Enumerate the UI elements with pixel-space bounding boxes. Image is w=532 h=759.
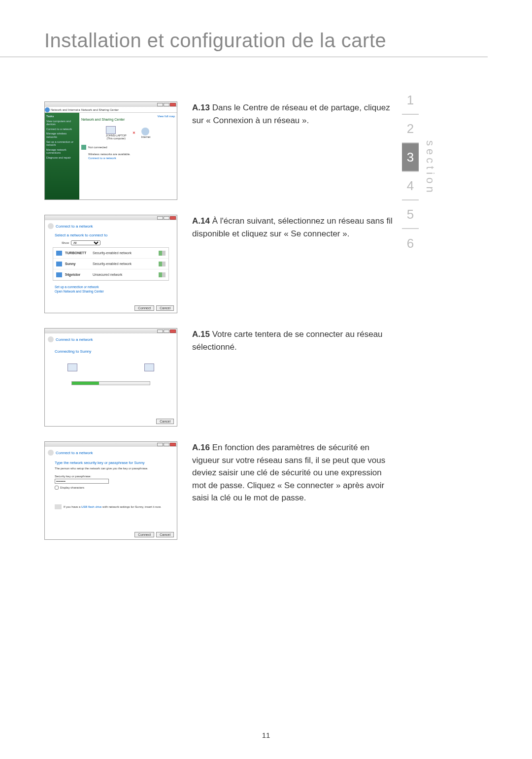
network-list: TURBONETTSecurity-enabled network SunnyS…	[53, 247, 169, 281]
network-name: 54gvictor	[65, 273, 90, 276]
back-icon[interactable]	[45, 107, 50, 112]
task-item[interactable]: Manage wireless networks	[46, 132, 78, 138]
back-icon[interactable]	[48, 450, 54, 456]
checkbox-icon[interactable]	[55, 486, 59, 490]
field-label: Security key or passphrase:	[55, 475, 167, 478]
screenshot-a14: Connect to a network Select a network to…	[44, 215, 177, 313]
device-icon	[67, 363, 77, 371]
network-desc: Unsecured network	[93, 273, 156, 276]
network-desc: Security-enabled network	[93, 262, 156, 265]
passphrase-note: The person who setup the network can giv…	[55, 467, 167, 470]
network-name: TURBONETT	[65, 251, 90, 255]
page-title: Installation et configuration de la cart…	[0, 0, 488, 57]
dialog-title: Connect to a network	[56, 451, 93, 455]
signal-bars-icon	[159, 251, 166, 256]
page-number: 11	[0, 731, 532, 739]
step-a16-row: Connect to a network Type the network se…	[44, 441, 394, 540]
cancel-button[interactable]: Cancel	[156, 532, 174, 537]
step-a15-text: A.15 Votre carte tentera de se connecter…	[192, 328, 394, 353]
step-a13-text: A.13 Dans le Centre de réseau et de part…	[192, 101, 394, 127]
task-item[interactable]: Connect to a network	[46, 128, 78, 131]
section-nav: section 1 2 3 4 5 6	[402, 86, 419, 258]
dialog-title: Connect to a network	[56, 337, 93, 342]
cancel-button[interactable]: Cancel	[156, 305, 174, 311]
pc-sublabel: (This computer)	[106, 137, 127, 140]
section-3[interactable]: 3	[402, 143, 419, 172]
internet-label: Internet	[141, 135, 151, 138]
globe-icon	[141, 128, 149, 135]
network-desc: Security-enabled network	[93, 251, 156, 255]
window-titlebar	[45, 442, 177, 447]
setup-connection-link[interactable]: Set up a connection or network	[55, 285, 174, 289]
tasks-sidebar: Tasks View computers and devices Connect…	[45, 113, 79, 200]
network-diagram: JOHNS-LAPTOP (This computer) ✕ Internet	[81, 126, 175, 140]
window-titlebar	[45, 329, 177, 333]
section-2[interactable]: 2	[402, 115, 419, 143]
usb-hint: If you have a USB flash drive with netwo…	[55, 504, 167, 509]
step-a13-row: Network and Internet ▸ Network and Shari…	[44, 101, 394, 200]
signal-bars-icon	[159, 272, 166, 277]
task-item[interactable]: View computers and devices	[46, 120, 78, 126]
connect-button[interactable]: Connect	[134, 305, 154, 311]
view-full-map-link[interactable]: View full map	[157, 115, 175, 118]
show-label: Show	[62, 241, 69, 244]
step-a14-text: A.14 À l'écran suivant, sélectionnez un …	[192, 215, 394, 240]
pc-icon	[106, 126, 116, 134]
step-a16-text: A.16 En fonction des paramètres de sécur…	[192, 441, 394, 504]
not-connected-text: Not connected	[88, 146, 107, 149]
connect-network-link[interactable]: Connect to a network	[88, 157, 175, 160]
center-title: Network and Sharing Center	[81, 118, 175, 121]
network-item[interactable]: SunnySecurity-enabled network	[53, 259, 168, 269]
window-titlebar	[45, 215, 177, 220]
display-characters-checkbox[interactable]: Display characters	[55, 486, 167, 490]
step-a15-row: Connect to a network Connecting to Sunny…	[44, 328, 394, 427]
content: Network and Internet ▸ Network and Shari…	[0, 57, 394, 540]
connecting-text: Connecting to Sunny	[55, 349, 174, 354]
screenshot-a13: Network and Internet ▸ Network and Shari…	[44, 101, 177, 200]
section-6[interactable]: 6	[402, 229, 419, 258]
passphrase-prompt: Type the network security key or passphr…	[55, 461, 174, 465]
connecting-diagram	[67, 363, 154, 371]
usb-icon	[55, 504, 62, 509]
usb-flash-link[interactable]: USB flash drive	[81, 505, 101, 508]
disconnected-icon: ✕	[133, 131, 135, 135]
network-icon	[56, 251, 62, 256]
security-key-input[interactable]	[55, 479, 109, 484]
section-4[interactable]: 4	[402, 172, 419, 200]
select-network-prompt: Select a network to connect to	[55, 233, 174, 237]
back-icon[interactable]	[48, 336, 54, 342]
show-filter: Show All	[62, 240, 174, 245]
back-icon[interactable]	[48, 223, 54, 229]
status-icon	[81, 145, 86, 150]
breadcrumb-text: Network and Internet ▸ Network and Shari…	[51, 108, 119, 111]
section-1[interactable]: 1	[402, 86, 419, 115]
screenshot-a16: Connect to a network Type the network se…	[44, 441, 177, 540]
show-select[interactable]: All	[71, 240, 100, 245]
network-icon	[56, 262, 62, 266]
progress-bar	[71, 381, 150, 385]
network-item[interactable]: TURBONETTSecurity-enabled network	[53, 248, 168, 259]
network-name: Sunny	[65, 262, 90, 265]
tasks-header: Tasks	[46, 115, 78, 118]
connect-button[interactable]: Connect	[134, 532, 154, 537]
open-sharing-center-link[interactable]: Open Network and Sharing Center	[55, 289, 174, 294]
cancel-button[interactable]: Cancel	[156, 419, 174, 424]
window-titlebar	[45, 102, 177, 107]
task-item[interactable]: Manage network connections	[46, 148, 78, 155]
task-item[interactable]: Diagnose and repair	[46, 156, 78, 160]
task-item[interactable]: Set up a connection or network	[46, 140, 78, 147]
network-item[interactable]: 54gvictorUnsecured network	[53, 269, 168, 280]
signal-bars-icon	[159, 262, 166, 266]
step-a14-row: Connect to a network Select a network to…	[44, 215, 394, 313]
device-icon	[144, 363, 154, 371]
breadcrumb: Network and Internet ▸ Network and Shari…	[45, 107, 177, 113]
screenshot-a15: Connect to a network Connecting to Sunny…	[44, 328, 177, 427]
network-icon	[56, 272, 62, 277]
section-label: section	[424, 140, 436, 196]
section-5[interactable]: 5	[402, 200, 419, 229]
wireless-available-text: Wireless networks are available.	[88, 153, 175, 156]
dialog-title: Connect to a network	[56, 224, 93, 229]
